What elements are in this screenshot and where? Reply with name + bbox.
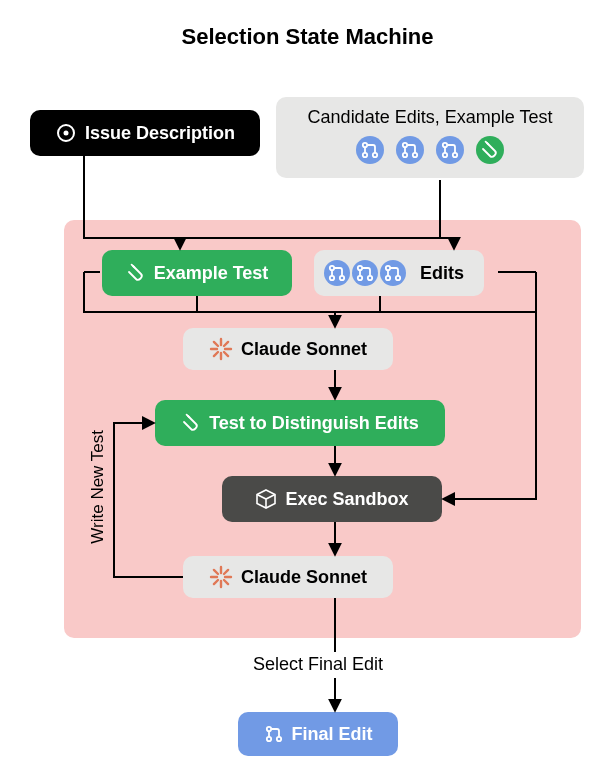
test-tube-icon xyxy=(476,136,504,164)
pull-request-icon xyxy=(396,136,424,164)
final-edit-label: Final Edit xyxy=(292,724,373,745)
final-edit-node: Final Edit xyxy=(238,712,398,756)
claude-sonnet-top-node: Claude Sonnet xyxy=(183,328,393,370)
exec-sandbox-node: Exec Sandbox xyxy=(222,476,442,522)
example-test-label: Example Test xyxy=(154,263,269,284)
circle-dot-icon xyxy=(55,122,77,144)
claude-sonnet-bottom-label: Claude Sonnet xyxy=(241,567,367,588)
candidate-edits-label: Candidate Edits, Example Test xyxy=(308,107,553,128)
pull-request-icon xyxy=(324,260,350,286)
select-final-edit-label: Select Final Edit xyxy=(253,654,383,675)
pull-request-icon xyxy=(264,724,284,744)
pull-request-icon xyxy=(436,136,464,164)
pull-request-icon xyxy=(356,136,384,164)
exec-sandbox-label: Exec Sandbox xyxy=(285,489,408,510)
pull-request-icon xyxy=(352,260,378,286)
pull-request-icon xyxy=(380,260,406,286)
starburst-icon xyxy=(209,565,233,589)
test-tube-icon xyxy=(126,263,146,283)
edits-node: Edits xyxy=(314,250,484,296)
candidate-edits-icons xyxy=(356,136,504,164)
issue-description-label: Issue Description xyxy=(85,123,235,144)
candidate-edits-box: Candidate Edits, Example Test xyxy=(276,97,584,178)
starburst-icon xyxy=(209,337,233,361)
issue-description-node: Issue Description xyxy=(30,110,260,156)
edits-label: Edits xyxy=(420,263,464,284)
example-test-node: Example Test xyxy=(102,250,292,296)
diagram-title: Selection State Machine xyxy=(0,24,615,50)
claude-sonnet-bottom-node: Claude Sonnet xyxy=(183,556,393,598)
write-new-test-label: Write New Test xyxy=(88,430,108,544)
test-tube-icon xyxy=(181,413,201,433)
distinguish-test-label: Test to Distinguish Edits xyxy=(209,413,419,434)
distinguish-test-node: Test to Distinguish Edits xyxy=(155,400,445,446)
cube-icon xyxy=(255,488,277,510)
claude-sonnet-top-label: Claude Sonnet xyxy=(241,339,367,360)
